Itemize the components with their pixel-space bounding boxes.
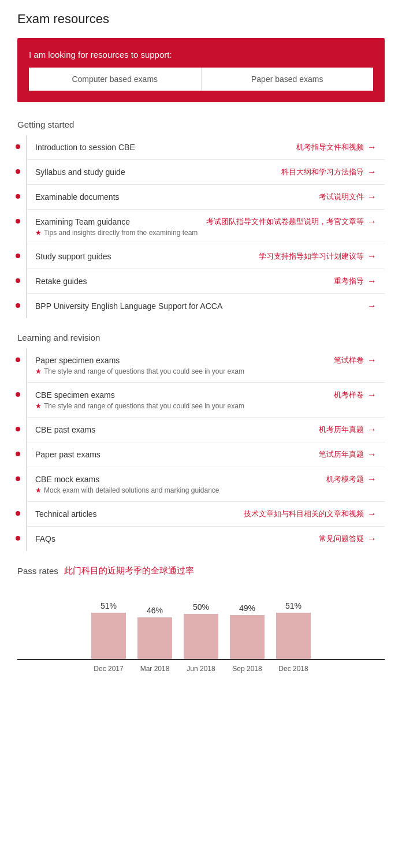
item-cn-label: 学习支持指导如学习计划建议等 [259,251,364,262]
arrow-icon: → [367,509,377,519]
arrow-icon: → [367,217,377,227]
item-title: Study support guides [35,252,111,261]
bullet-icon [16,476,20,481]
bullet-icon [16,278,20,283]
bar-percent: 46% [147,606,163,615]
item-cn-label: 考试团队指导文件如试卷题型说明，考官文章等 [206,217,364,227]
item-cn-label: 重考指导 [334,276,364,286]
arrow-icon: → [367,142,377,152]
learning-revision-list: Paper specimen exams★The style and range… [26,348,385,551]
bar-group: 49% [230,603,265,659]
item-cn-label: 机考模考题 [326,474,364,485]
banner-text: I am looking for resources to support: [29,50,373,59]
item-title: CBE past exams [35,425,95,434]
item-subtitle: ★The style and range of questions that y… [35,367,328,375]
list-item[interactable]: Technical articles技术文章如与科目相关的文章和视频→ [27,502,385,527]
list-item[interactable]: CBE specimen exams★The style and range o… [27,383,385,418]
item-cn-label: 机考历年真题 [319,424,364,435]
item-cn-label: 机考指导文件和视频 [296,142,364,152]
item-subtitle: ★Tips and insights directly from the exa… [35,229,200,237]
arrow-icon: → [367,251,377,262]
list-item[interactable]: Introduction to session CBE机考指导文件和视频→ [27,135,385,160]
bullet-icon [16,303,20,308]
pass-rates-chart: 51%46%50%49%51% [17,591,385,660]
item-cn-label: 笔试历年真题 [319,449,364,460]
item-title: Paper past exams [35,450,100,459]
bar [137,617,172,659]
getting-started-list-wrapper: Introduction to session CBE机考指导文件和视频→Syl… [17,135,385,318]
item-cn-label: 机考样卷 [334,390,364,400]
item-title: Paper specimen exams [35,356,120,365]
learning-revision-list-wrapper: Paper specimen exams★The style and range… [17,348,385,551]
item-title: Syllabus and study guide [35,167,125,177]
bullet-icon [16,427,20,431]
bar-percent: 49% [239,603,255,613]
item-title: BPP University English Language Support … [35,301,222,311]
list-item[interactable]: CBE past exams机考历年真题→ [27,418,385,442]
learning-revision-header: Learning and revision [17,333,385,342]
pass-rates-cn: 此门科目的近期考季的全球通过率 [64,565,194,576]
bar-percent: 50% [193,602,209,612]
bar-labels: Dec 2017Mar 2018Jun 2018Sep 2018Dec 2018 [17,665,385,673]
bar-group: 51% [276,601,311,659]
arrow-icon: → [367,192,377,202]
item-cn-label: 考试说明文件 [319,192,364,202]
getting-started-list: Introduction to session CBE机考指导文件和视频→Syl… [26,135,385,318]
list-item[interactable]: Paper past exams笔试历年真题→ [27,442,385,467]
bar-label: Sep 2018 [230,665,265,673]
arrow-icon: → [367,276,377,286]
bullet-icon [16,144,20,149]
page-title: Exam resources [17,12,385,27]
bullet-icon [16,357,20,362]
bar [184,614,218,659]
page-container: Exam resources I am looking for resource… [0,0,402,696]
item-cn-label: 科目大纲和学习方法指导 [281,167,364,177]
getting-started-header: Getting started [17,120,385,129]
item-cn-label: 笔试样卷 [334,355,364,366]
bar [230,615,265,659]
arrow-icon: → [367,534,377,544]
paper-based-btn[interactable]: Paper based exams [202,68,374,91]
bar-label: Dec 2017 [91,665,126,673]
list-item[interactable]: FAQs常见问题答疑→ [27,527,385,551]
list-item[interactable]: Paper specimen exams★The style and range… [27,348,385,383]
pass-rates-label: Pass rates [17,566,58,576]
list-item[interactable]: Examinable documents考试说明文件→ [27,185,385,210]
item-title: CBE specimen exams [35,390,115,400]
arrow-icon: → [367,390,377,400]
bar-group: 46% [137,606,172,659]
bar-label: Mar 2018 [137,665,172,673]
bar-group: 50% [184,602,218,659]
list-item[interactable]: Study support guides学习支持指导如学习计划建议等→ [27,244,385,269]
item-title: Retake guides [35,277,87,286]
item-title: Introduction to session CBE [35,143,135,152]
list-item[interactable]: CBE mock exams★Mock exam with detailed s… [27,467,385,502]
item-title: CBE mock exams [35,475,99,484]
item-title: Examinable documents [35,192,120,202]
list-item[interactable]: Retake guides重考指导→ [27,269,385,294]
bullet-icon [16,169,20,174]
list-item[interactable]: Syllabus and study guide科目大纲和学习方法指导→ [27,160,385,185]
bar [276,613,311,659]
exam-type-toggle: Computer based exams Paper based exams [29,68,373,91]
bullet-icon [16,452,20,456]
bar-label: Dec 2018 [276,665,311,673]
bullet-icon [16,392,20,397]
arrow-icon: → [367,167,377,177]
bullet-icon [16,194,20,199]
item-title: Examining Team guidance [35,217,130,226]
bar-group: 51% [91,601,126,659]
pass-rates-section: Pass rates 此门科目的近期考季的全球通过率 51%46%50%49%5… [17,565,385,673]
computer-based-btn[interactable]: Computer based exams [29,68,202,91]
exam-type-banner: I am looking for resources to support: C… [17,38,385,102]
item-cn-label: 技术文章如与科目相关的文章和视频 [244,509,364,519]
arrow-icon: → [367,449,377,460]
bar-percent: 51% [285,601,302,610]
bar-percent: 51% [100,601,117,610]
bullet-icon [16,536,20,541]
list-item[interactable]: BPP University English Language Support … [27,294,385,318]
arrow-icon: → [367,474,377,485]
item-subtitle: ★The style and range of questions that y… [35,402,328,410]
item-title: FAQs [35,534,55,543]
list-item[interactable]: Examining Team guidance★Tips and insight… [27,210,385,244]
